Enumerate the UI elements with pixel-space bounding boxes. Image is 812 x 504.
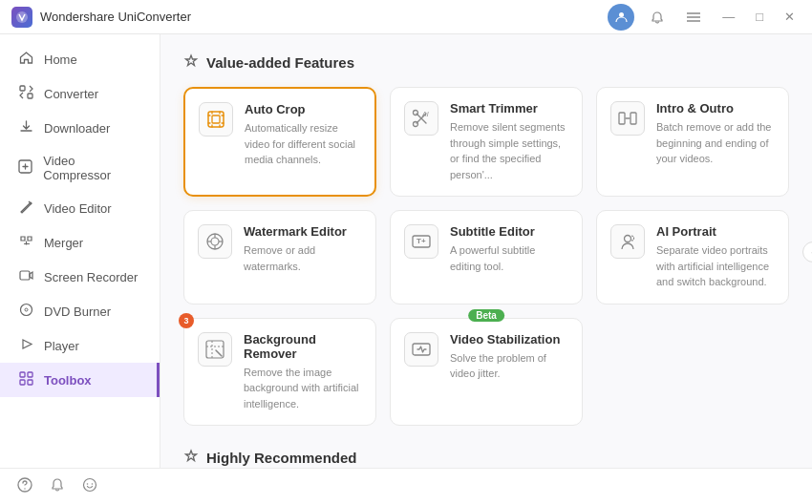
watermark-card-icon xyxy=(198,224,232,259)
sidebar-item-recorder-label: Screen Recorder xyxy=(44,270,138,284)
feature-card-ai-portrait[interactable]: AI Portrait Separate video portraits wit… xyxy=(596,210,789,304)
player-icon xyxy=(17,337,34,354)
svg-rect-5 xyxy=(20,86,25,91)
main-content: Value-added Features Auto Crop Automatic… xyxy=(160,34,812,468)
svg-rect-15 xyxy=(208,112,224,127)
feature-card-bg-remover[interactable]: 3 Background Remover Remove the image ba… xyxy=(183,318,376,427)
stabilization-content: Video Stabilization Solve the problem of… xyxy=(450,332,568,382)
feature-card-auto-crop[interactable]: Auto Crop Automatically resize video for… xyxy=(183,87,376,197)
bg-remover-card-icon xyxy=(198,332,232,367)
sidebar-item-home-label: Home xyxy=(44,52,77,67)
bg-remover-desc: Remove the image background with artific… xyxy=(244,365,362,412)
sidebar-item-video-editor[interactable]: Video Editor xyxy=(0,191,160,225)
svg-point-17 xyxy=(414,111,418,116)
highly-section-title: Highly Recommended xyxy=(183,449,789,467)
downloader-icon xyxy=(17,119,34,136)
ai-portrait-title: AI Portrait xyxy=(656,224,775,239)
svg-point-43 xyxy=(84,478,96,491)
watermark-content: Watermark Editor Remove or add watermark… xyxy=(244,224,362,274)
notification-icon[interactable] xyxy=(644,4,671,31)
titlebar-controls: — □ ✕ xyxy=(608,4,801,31)
watermark-desc: Remove or add watermarks. xyxy=(244,242,362,274)
watermark-title: Watermark Editor xyxy=(244,224,362,239)
bell-icon[interactable] xyxy=(50,477,65,496)
subtitle-title: Subtitle Editor xyxy=(450,224,568,239)
svg-rect-12 xyxy=(28,372,32,377)
menu-icon[interactable] xyxy=(680,4,707,31)
value-section-icon xyxy=(183,53,199,72)
help-icon[interactable] xyxy=(17,477,32,496)
editor-icon xyxy=(17,200,34,217)
svg-text:AI: AI xyxy=(421,111,429,117)
svg-point-24 xyxy=(211,238,219,245)
sidebar-item-compressor-label: Video Compressor xyxy=(43,154,142,182)
svg-point-31 xyxy=(625,236,631,242)
close-button[interactable]: ✕ xyxy=(779,8,801,26)
svg-rect-14 xyxy=(28,380,32,385)
feature-card-subtitle[interactable]: T+ Subtitle Editor A powerful subtitle e… xyxy=(390,210,583,304)
sidebar-item-merger-label: Merger xyxy=(44,236,83,250)
feedback-icon[interactable] xyxy=(82,477,97,496)
subtitle-desc: A powerful subtitle editing tool. xyxy=(450,242,568,274)
subtitle-card-icon: T+ xyxy=(404,224,438,259)
svg-point-42 xyxy=(24,488,25,489)
auto-crop-card-content: Auto Crop Automatically resize video for… xyxy=(245,102,361,168)
dvd-icon xyxy=(17,303,34,320)
svg-text:T+: T+ xyxy=(417,237,426,245)
svg-rect-13 xyxy=(20,380,25,385)
feature-card-watermark[interactable]: Watermark Editor Remove or add watermark… xyxy=(183,210,376,304)
svg-point-18 xyxy=(414,122,418,127)
stabilization-title: Video Stabilization xyxy=(450,332,568,346)
sidebar-item-player[interactable]: Player xyxy=(0,328,160,363)
ai-portrait-content: AI Portrait Separate video portraits wit… xyxy=(656,224,775,290)
smart-trimmer-card-icon: AI xyxy=(404,101,438,136)
svg-rect-20 xyxy=(619,113,625,124)
minimize-button[interactable]: — xyxy=(716,8,740,26)
sidebar-item-toolbox[interactable]: Toolbox xyxy=(0,363,160,397)
sidebar-item-dvd-burner[interactable]: DVD Burner xyxy=(0,294,160,328)
value-feature-grid: Auto Crop Automatically resize video for… xyxy=(183,87,789,426)
intro-outro-desc: Batch remove or add the beginning and en… xyxy=(656,119,775,167)
sidebar-item-video-compressor[interactable]: Video Compressor xyxy=(0,145,160,191)
intro-outro-title: Intro & Outro xyxy=(656,101,775,116)
smart-trimmer-desc: Remove silent segments through simple se… xyxy=(450,119,568,182)
svg-point-45 xyxy=(92,483,94,485)
sidebar-item-downloader[interactable]: Downloader xyxy=(0,111,160,145)
sidebar-item-merger[interactable]: Merger xyxy=(0,225,160,260)
ai-portrait-desc: Separate video portraits with artificial… xyxy=(656,242,775,290)
value-section-title: Value-added Features xyxy=(183,53,789,72)
bg-remover-content: Background Remover Remove the image back… xyxy=(244,332,362,412)
intro-outro-card-icon xyxy=(610,101,645,136)
auto-crop-title: Auto Crop xyxy=(245,102,361,116)
maximize-button[interactable]: □ xyxy=(750,8,769,26)
svg-rect-21 xyxy=(630,113,636,124)
svg-rect-8 xyxy=(20,271,30,280)
svg-point-1 xyxy=(619,12,624,17)
app-title: Wondershare UniConverter xyxy=(40,10,600,24)
sidebar-item-editor-label: Video Editor xyxy=(44,201,112,216)
sidebar: Home Converter Downloader Video Compress… xyxy=(0,34,160,468)
feature-card-intro-outro[interactable]: Intro & Outro Batch remove or add the be… xyxy=(596,87,789,197)
smart-trimmer-content: Smart Trimmer Remove silent segments thr… xyxy=(450,101,568,182)
app-body: Home Converter Downloader Video Compress… xyxy=(0,34,812,468)
sidebar-item-converter[interactable]: Converter xyxy=(0,76,160,111)
auto-crop-card-icon xyxy=(199,102,233,136)
svg-point-9 xyxy=(20,304,32,316)
sidebar-item-home[interactable]: Home xyxy=(0,42,160,76)
bg-remover-badge: 3 xyxy=(179,313,194,328)
sidebar-item-screen-recorder[interactable]: Screen Recorder xyxy=(0,260,160,294)
sidebar-item-downloader-label: Downloader xyxy=(44,121,110,136)
compressor-icon xyxy=(17,159,33,177)
sidebar-item-player-label: Player xyxy=(44,339,79,353)
feature-card-smart-trimmer[interactable]: AI Smart Trimmer Remove silent segments … xyxy=(390,87,583,197)
merger-icon xyxy=(17,234,34,251)
converter-icon xyxy=(17,85,34,102)
svg-point-10 xyxy=(25,308,28,311)
user-icon[interactable] xyxy=(608,4,634,31)
recorder-icon xyxy=(17,268,34,285)
svg-point-44 xyxy=(87,483,89,485)
bottom-bar xyxy=(0,468,812,504)
stabilization-desc: Solve the problem of video jitter. xyxy=(450,350,568,382)
titlebar: Wondershare UniConverter — □ ✕ xyxy=(0,0,812,34)
feature-card-stabilization[interactable]: Beta Video Stabilization Solve the probl… xyxy=(390,318,583,427)
